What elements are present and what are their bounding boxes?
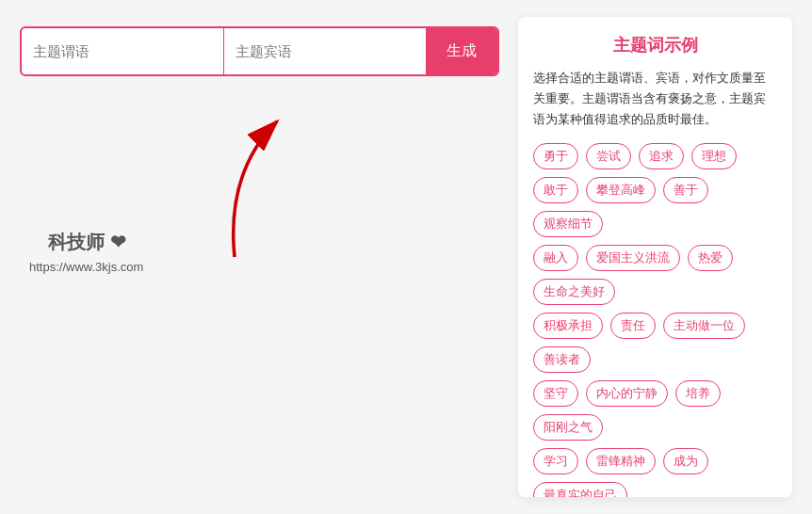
object-input[interactable] bbox=[224, 28, 426, 74]
example-row: 勇于 尝试 追求 理想 bbox=[533, 143, 777, 169]
tag[interactable]: 最真实的自己 bbox=[533, 482, 627, 497]
right-panel: 主题词示例 选择合适的主题谓语、宾语，对作文质量至关重要。主题谓语当含有褒扬之意… bbox=[518, 17, 792, 497]
panel-desc: 选择合适的主题谓语、宾语，对作文质量至关重要。主题谓语当含有褒扬之意，主题宾语为… bbox=[533, 68, 777, 130]
tag[interactable]: 积极承担 bbox=[533, 313, 603, 339]
tag[interactable]: 阳刚之气 bbox=[533, 414, 603, 441]
tag[interactable]: 热爱 bbox=[688, 245, 733, 271]
arrow-icon bbox=[203, 104, 317, 274]
tag[interactable]: 观察细节 bbox=[533, 211, 603, 237]
panel-title: 主题词示例 bbox=[533, 34, 777, 56]
tag[interactable]: 善于 bbox=[663, 177, 708, 203]
example-row: 积极承担 责任 主动做一位 善读者 bbox=[533, 313, 777, 373]
example-row: 敢于 攀登高峰 善于 观察细节 bbox=[533, 177, 777, 237]
example-row: 坚守 内心的宁静 培养 阳刚之气 bbox=[533, 380, 777, 441]
tag[interactable]: 爱国主义洪流 bbox=[586, 245, 680, 271]
tag[interactable]: 善读者 bbox=[533, 346, 591, 373]
arrow-area bbox=[20, 95, 499, 283]
tag[interactable]: 尝试 bbox=[586, 143, 631, 169]
tag[interactable]: 责任 bbox=[610, 313, 656, 339]
tag[interactable]: 勇于 bbox=[533, 143, 578, 169]
tag[interactable]: 融入 bbox=[533, 245, 578, 271]
tag[interactable]: 敢于 bbox=[533, 177, 578, 203]
examples-list: 勇于 尝试 追求 理想 敢于 攀登高峰 善于 观察细节 融入 爱国主义洪流 热爱… bbox=[533, 143, 777, 497]
example-row: 融入 爱国主义洪流 热爱 生命之美好 bbox=[533, 245, 777, 305]
tag[interactable]: 攀登高峰 bbox=[586, 177, 656, 203]
tag[interactable]: 内心的宁静 bbox=[586, 380, 668, 407]
tag[interactable]: 坚守 bbox=[533, 380, 578, 407]
watermark-url: https://www.3kjs.com bbox=[29, 260, 143, 274]
generate-button[interactable]: 生成 bbox=[426, 28, 497, 74]
tag[interactable]: 雷锋精神 bbox=[586, 448, 656, 474]
tag[interactable]: 生命之美好 bbox=[533, 279, 615, 305]
watermark-name: 科技师 ❤ bbox=[48, 230, 126, 255]
tag[interactable]: 主动做一位 bbox=[663, 313, 745, 339]
example-row: 学习 雷锋精神 成为 最真实的自己 bbox=[533, 448, 777, 497]
input-row: 生成 bbox=[20, 26, 499, 76]
tag[interactable]: 理想 bbox=[691, 143, 737, 169]
tag[interactable]: 追求 bbox=[639, 143, 684, 169]
predicate-input[interactable] bbox=[22, 28, 223, 74]
tag[interactable]: 培养 bbox=[675, 380, 721, 407]
tag[interactable]: 成为 bbox=[663, 448, 708, 474]
tag[interactable]: 学习 bbox=[533, 448, 578, 474]
